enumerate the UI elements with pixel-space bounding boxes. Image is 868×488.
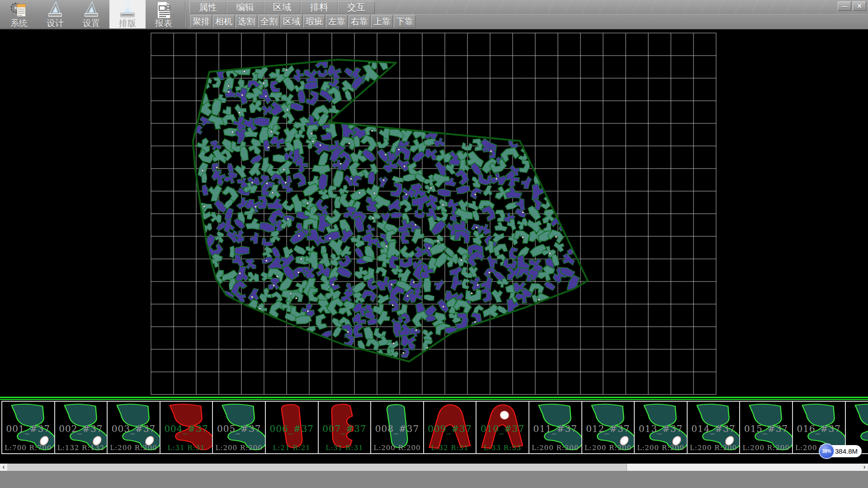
menu-bar: 属性编辑区域排料交互 [189,1,375,14]
part-thumbnail-1[interactable]: 001_#37L:700 R:700 [1,401,55,454]
part-thumbnail-7[interactable]: 007_#37L:31 R:31 [318,401,372,454]
main-tab-label: 报表 [155,19,172,28]
tool-button-2[interactable]: 选割 [236,15,257,28]
close-button[interactable]: ✕ [853,1,866,11]
part-thumbnail-9[interactable]: 009_#37L:32 R:31 [423,401,477,454]
tool-button-3[interactable]: 全割 [258,15,280,28]
part-shape [266,402,318,453]
menu-item-1[interactable]: 编辑 [226,1,264,14]
part-shape [319,402,371,453]
tool-button-4[interactable]: 区域 [281,15,302,28]
part-thumbnail-12[interactable]: 012_#37L:200 R:200 [581,401,635,454]
main-tab-label: 系统 [10,19,28,28]
part-thumbnail-3[interactable]: 003_#37L:200 R:200 [107,401,160,454]
window-controls: — ✕ [838,1,866,11]
part-thumbnail-list: 001_#37L:700 R:700002_#37L:132 R:132003_… [1,401,868,454]
part-thumbnail-15[interactable]: 015_#37L:200 R:200 [739,401,793,454]
main-tab-4[interactable]: 报表 [146,0,182,28]
main-tab-3[interactable]: 排版 [109,0,146,28]
main-tab-2[interactable]: 设置 [73,0,109,28]
part-shape [213,402,265,453]
scroll-right-button[interactable]: › [861,464,868,471]
part-shape [108,402,160,453]
minimize-button[interactable]: — [838,1,851,11]
tool-button-5[interactable]: 瑕疵 [303,15,325,28]
progress-value: 38% [822,449,831,454]
horizontal-scrollbar[interactable]: ‹ › [0,464,868,471]
part-shape [529,402,581,453]
tool-bar: 聚排相机选割全割区域瑕疵左靠右靠上靠下靠 [190,15,415,28]
part-thumbnail-10[interactable]: 010_#37L:33 R:33 [476,401,529,454]
part-shape [582,402,634,453]
ruler-icon [82,1,100,19]
part-thumbnail-13[interactable]: 013_#37L:200 R:200 [634,401,688,454]
scroll-left-button[interactable]: ‹ [0,464,7,471]
main-tab-1[interactable]: 设计 [37,0,73,28]
part-thumbnail-4[interactable]: 004_#37L:31 R:31 [160,401,213,454]
progress-indicator: 38% [819,443,835,459]
tool-button-0[interactable]: 聚排 [190,15,212,28]
window-bottom-frame [0,471,868,488]
strip-top-border [0,397,868,398]
main-tab-label: 排版 [119,19,136,28]
part-thumbnail-5[interactable]: 005_#37L:200 R:200 [212,401,266,454]
part-shape [688,402,740,453]
system-icon [10,1,28,19]
part-shape [740,402,792,453]
main-tab-bar: 系统设计设置排版报表 [1,0,182,28]
main-tab-label: 设计 [47,19,64,28]
toolbar: 系统设计设置排版报表 属性编辑区域排料交互 聚排相机选割全割区域瑕疵左靠右靠上靠… [0,0,868,29]
main-tab-label: 设置 [83,19,100,28]
nest-layout-svg [0,29,868,397]
ruler-icon [46,1,64,19]
part-thumbnail-2[interactable]: 002_#37L:132 R:132 [54,401,108,454]
part-shape [55,402,107,453]
part-shape [2,402,54,453]
tool-button-7[interactable]: 右靠 [349,15,370,28]
part-thumbnail-6[interactable]: 006_#37L:21 R:21 [265,401,319,454]
menu-item-4[interactable]: 交互 [338,1,375,14]
part-shape [160,402,212,453]
tool-button-8[interactable]: 上靠 [371,15,393,28]
report-icon [155,1,173,19]
nesting-canvas[interactable] [0,29,868,397]
menu-item-2[interactable]: 区域 [264,1,301,14]
strip-top-border-2 [0,399,868,400]
tool-button-9[interactable]: 下靠 [394,15,415,28]
scrollbar-thumb[interactable] [7,464,627,471]
tool-button-6[interactable]: 左靠 [326,15,348,28]
ruler-icon [118,1,137,19]
main-tab-0[interactable]: 系统 [1,0,37,28]
part-shape [371,402,423,453]
part-shape [424,402,476,453]
part-shape [476,402,528,453]
part-thumbnail-8[interactable]: 008_#37L:200 R:200 [370,401,424,454]
menu-item-0[interactable]: 属性 [189,1,226,14]
tool-button-1[interactable]: 相机 [213,15,235,28]
part-thumbnail-11[interactable]: 011_#37L:200 R:200 [528,401,582,454]
menu-item-3[interactable]: 排料 [301,1,338,14]
part-thumbnail-strip: 001_#37L:700 R:700002_#37L:132 R:132003_… [0,397,868,464]
toolbar-divider [185,2,186,27]
part-shape [635,402,687,453]
part-thumbnail-14[interactable]: 014_#37L:200 R:200 [687,401,741,454]
